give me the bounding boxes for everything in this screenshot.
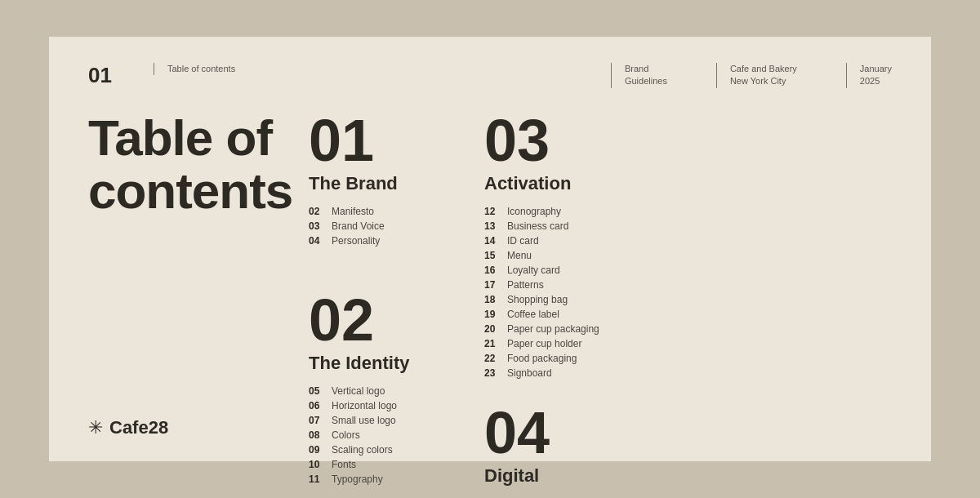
item-label: Small use logo <box>332 415 396 426</box>
header-cafe: Cafe and Bakery New York City <box>716 63 797 88</box>
item-number: 23 <box>484 367 499 379</box>
item-label: Menu <box>507 250 532 261</box>
list-item: 11Typography <box>309 474 452 485</box>
item-number: 07 <box>309 415 323 426</box>
list-item: 06Horizontal logo <box>309 400 452 411</box>
item-label: Business card <box>507 220 568 232</box>
list-item: 20Paper cup packaging <box>484 323 648 335</box>
list-item: 08Colors <box>309 429 452 441</box>
item-number: 18 <box>484 294 499 305</box>
item-number: 10 <box>309 459 323 470</box>
item-label: Paper cup packaging <box>507 323 599 335</box>
logo: ✳ Cafe28 <box>88 417 168 438</box>
list-item: 04Personality <box>309 235 452 247</box>
item-number: 04 <box>309 235 323 247</box>
section-01-number: 01 <box>309 111 452 170</box>
section-03: 03 Activation 12Iconography13Business ca… <box>460 111 648 498</box>
section-02-list: 05Vertical logo06Horizontal logo07Small … <box>309 385 452 485</box>
item-label: ID card <box>507 235 539 247</box>
list-item: 02Manifesto <box>309 206 452 217</box>
page-title: Table of contents <box>88 111 309 217</box>
item-label: Typography <box>332 474 383 485</box>
item-label: Horizontal logo <box>332 400 397 411</box>
header-date-text: January 2025 <box>860 63 892 88</box>
item-number: 03 <box>309 220 323 232</box>
list-item: 07Small use logo <box>309 415 452 426</box>
page: 01 Table of contents Brand Guidelines Ca… <box>49 37 931 461</box>
list-item: 18Shopping bag <box>484 294 648 305</box>
item-label: Personality <box>332 235 380 247</box>
list-item: 10Fonts <box>309 459 452 470</box>
item-number: 22 <box>484 353 499 364</box>
list-item: 15Menu <box>484 250 648 261</box>
list-item: 19Coffee label <box>484 309 648 320</box>
list-item: 12Iconography <box>484 206 648 217</box>
item-number: 20 <box>484 323 499 335</box>
logo-icon: ✳ <box>88 417 103 438</box>
item-label: Patterns <box>507 279 544 291</box>
list-item: 16Loyalty card <box>484 265 648 276</box>
item-number: 09 <box>309 444 323 456</box>
item-label: Brand Voice <box>332 220 385 232</box>
header-date: January 2025 <box>846 63 892 88</box>
section-03-list: 12Iconography13Business card14ID card15M… <box>484 206 648 379</box>
item-label: Manifesto <box>332 206 374 217</box>
item-number: 16 <box>484 265 499 276</box>
list-item: 22Food packaging <box>484 353 648 364</box>
section-01-list: 02Manifesto03Brand Voice04Personality <box>309 206 452 247</box>
section-03-number: 03 <box>484 111 648 170</box>
item-label: Paper cup holder <box>507 338 581 349</box>
section-03-title: Activation <box>484 173 648 194</box>
section-04-title: Digital <box>484 465 648 487</box>
list-item: 17Patterns <box>484 279 648 291</box>
section-02-number: 02 <box>309 291 452 349</box>
item-number: 13 <box>484 220 499 232</box>
item-label: Food packaging <box>507 353 577 364</box>
item-number: 12 <box>484 206 499 217</box>
header-brand: Brand Guidelines <box>611 63 667 88</box>
header: 01 Table of contents Brand Guidelines Ca… <box>88 63 892 88</box>
item-number: 19 <box>484 309 499 320</box>
list-item: 13Business card <box>484 220 648 232</box>
section-01: 01 The Brand 02Manifesto03Brand Voice04P… <box>309 111 452 488</box>
item-label: Loyalty card <box>507 265 560 276</box>
header-brand-text: Brand Guidelines <box>625 63 667 88</box>
title-section: Table of contents <box>88 111 309 217</box>
logo-text: Cafe28 <box>109 417 168 438</box>
item-number: 14 <box>484 235 499 247</box>
header-section-label: Table of contents <box>167 63 235 75</box>
header-page-number: 01 <box>88 63 154 88</box>
header-cafe-text: Cafe and Bakery New York City <box>730 63 797 88</box>
header-section: Table of contents <box>154 63 235 75</box>
item-label: Iconography <box>507 206 561 217</box>
item-label: Shopping bag <box>507 294 568 305</box>
item-label: Vertical logo <box>332 385 385 397</box>
main-content: Table of contents 01 The Brand 02Manifes… <box>88 111 892 498</box>
item-number: 06 <box>309 400 323 411</box>
section-01-title: The Brand <box>309 173 452 194</box>
item-label: Fonts <box>332 459 356 470</box>
item-label: Signboard <box>507 367 552 379</box>
section-04-number: 04 <box>484 403 648 462</box>
item-label: Colors <box>332 429 360 441</box>
list-item: 09Scaling colors <box>309 444 452 456</box>
list-item: 05Vertical logo <box>309 385 452 397</box>
list-item: 14ID card <box>484 235 648 247</box>
item-number: 17 <box>484 279 499 291</box>
item-label: Coffee label <box>507 309 559 320</box>
item-number: 05 <box>309 385 323 397</box>
item-label: Scaling colors <box>332 444 393 456</box>
list-item: 21Paper cup holder <box>484 338 648 349</box>
item-number: 08 <box>309 429 323 441</box>
item-number: 02 <box>309 206 323 217</box>
item-number: 15 <box>484 250 499 261</box>
list-item: 03Brand Voice <box>309 220 452 232</box>
item-number: 21 <box>484 338 499 349</box>
section-02-title: The Identity <box>309 353 452 374</box>
list-item: 23Signboard <box>484 367 648 379</box>
item-number: 11 <box>309 474 323 485</box>
